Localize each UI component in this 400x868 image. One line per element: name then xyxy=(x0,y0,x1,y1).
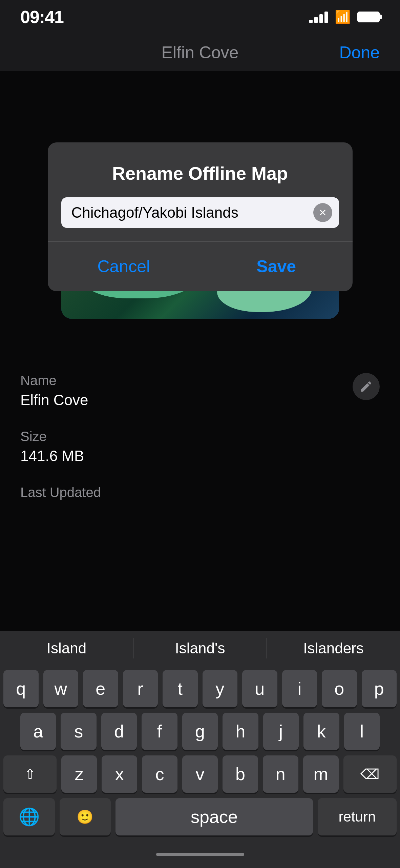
keyboard-area: Island Island's Islanders q w e r t y u … xyxy=(0,631,400,868)
keyboard-row-2: a s d f g h j k l xyxy=(3,713,397,750)
key-p[interactable]: p xyxy=(362,670,397,707)
done-button[interactable]: Done xyxy=(339,43,380,62)
key-k[interactable]: k xyxy=(303,713,339,750)
key-s[interactable]: s xyxy=(61,713,96,750)
clear-input-button[interactable] xyxy=(313,203,332,222)
key-h[interactable]: h xyxy=(223,713,258,750)
key-f[interactable]: f xyxy=(142,713,177,750)
signal-bars-icon xyxy=(309,11,328,23)
key-m[interactable]: m xyxy=(303,755,339,793)
name-row: Name Elfin Cove xyxy=(20,373,380,409)
save-button[interactable]: Save xyxy=(200,242,353,291)
keyboard-row-1: q w e r t y u i o p xyxy=(3,670,397,707)
wifi-icon: 📶 xyxy=(335,9,351,24)
status-bar: 09:41 📶 xyxy=(0,0,400,34)
home-indicator xyxy=(156,853,244,856)
globe-key[interactable]: 🌐 xyxy=(3,798,55,835)
key-w[interactable]: w xyxy=(43,670,79,707)
name-label: Name xyxy=(20,373,380,388)
last-updated-label: Last Updated xyxy=(20,485,380,500)
key-a[interactable]: a xyxy=(20,713,56,750)
cancel-button[interactable]: Cancel xyxy=(48,242,201,291)
nav-header: Elfin Cove Done xyxy=(0,34,400,71)
return-key[interactable]: return xyxy=(318,798,397,835)
autocomplete-islands[interactable]: Island's xyxy=(133,633,267,664)
key-l[interactable]: l xyxy=(344,713,380,750)
key-z[interactable]: z xyxy=(61,755,97,793)
dialog-buttons: Cancel Save xyxy=(48,241,353,291)
keyboard-rows: q w e r t y u i o p a s d f g h j k l ⇧ … xyxy=(0,665,400,835)
key-j[interactable]: j xyxy=(263,713,299,750)
keyboard-row-3: ⇧ z x c v b n m ⌫ xyxy=(3,755,397,793)
nav-title: Elfin Cove xyxy=(162,43,239,62)
autocomplete-bar: Island Island's Islanders xyxy=(0,631,400,665)
key-x[interactable]: x xyxy=(102,755,137,793)
size-value: 141.6 MB xyxy=(20,448,380,465)
key-v[interactable]: v xyxy=(182,755,218,793)
key-t[interactable]: t xyxy=(163,670,198,707)
key-c[interactable]: c xyxy=(142,755,177,793)
battery-icon xyxy=(357,12,380,22)
key-r[interactable]: r xyxy=(123,670,158,707)
rename-input[interactable] xyxy=(68,204,313,221)
size-label: Size xyxy=(20,429,380,444)
autocomplete-island[interactable]: Island xyxy=(0,633,133,664)
space-key[interactable]: space xyxy=(115,798,313,835)
edit-button[interactable] xyxy=(353,373,380,400)
delete-key[interactable]: ⌫ xyxy=(343,755,397,793)
rename-dialog: Rename Offline Map Cancel Save xyxy=(48,142,353,291)
key-e[interactable]: e xyxy=(83,670,118,707)
key-g[interactable]: g xyxy=(182,713,218,750)
key-y[interactable]: y xyxy=(203,670,238,707)
key-u[interactable]: u xyxy=(242,670,277,707)
shift-key[interactable]: ⇧ xyxy=(3,755,57,793)
status-time: 09:41 xyxy=(20,7,64,27)
emoji-key[interactable]: 🙂 xyxy=(60,798,111,835)
key-q[interactable]: q xyxy=(3,670,39,707)
keyboard-bottom-bar xyxy=(0,841,400,868)
keyboard-row-4: 🌐 🙂 space return xyxy=(3,798,397,835)
info-section: Name Elfin Cove Size 141.6 MB Last Updat… xyxy=(20,373,380,520)
key-o[interactable]: o xyxy=(322,670,357,707)
key-i[interactable]: i xyxy=(282,670,317,707)
autocomplete-islanders[interactable]: Islanders xyxy=(267,633,400,664)
last-updated-row: Last Updated xyxy=(20,485,380,500)
status-icons: 📶 xyxy=(309,9,380,24)
dialog-input-row xyxy=(61,197,339,228)
pencil-icon xyxy=(359,380,373,393)
key-n[interactable]: n xyxy=(263,755,298,793)
key-b[interactable]: b xyxy=(223,755,258,793)
size-row: Size 141.6 MB xyxy=(20,429,380,465)
name-value: Elfin Cove xyxy=(20,392,380,409)
dialog-title: Rename Offline Map xyxy=(48,142,353,197)
key-d[interactable]: d xyxy=(101,713,137,750)
